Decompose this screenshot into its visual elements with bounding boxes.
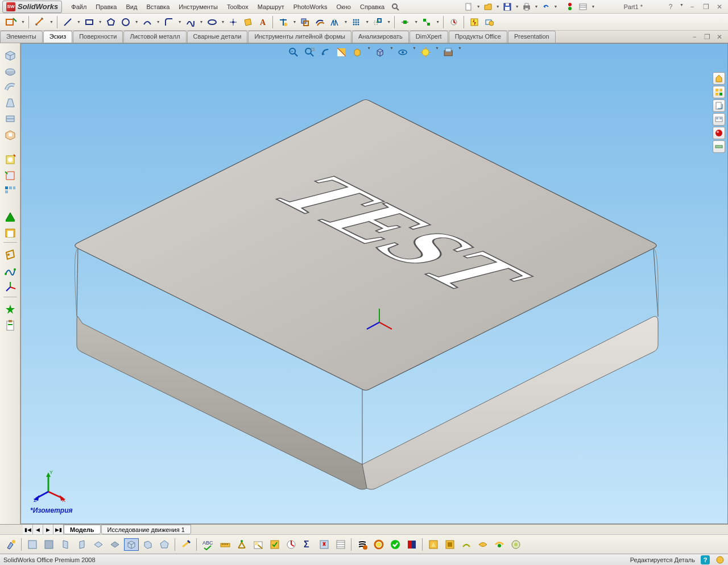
dropdown-arrow-icon[interactable]: ▼ [200,20,204,24]
dropdown-arrow-icon[interactable]: ▼ [435,46,439,59]
appearance-tab-icon[interactable] [713,127,725,139]
swept-boss-icon[interactable] [2,80,18,94]
section-props-icon[interactable] [251,538,266,551]
check-entity-icon[interactable] [388,538,403,551]
spellcheck-icon[interactable]: ABC [200,538,216,551]
tab-scroll-last-icon[interactable]: ▶▮ [53,525,64,534]
menu-toolbox[interactable]: Toolbox [222,2,253,12]
hole-wizard-icon[interactable] [2,152,18,167]
bottom-view-icon[interactable] [107,538,122,551]
right-view-icon[interactable] [75,538,89,551]
dropdown-arrow-icon[interactable]: ▼ [367,46,371,59]
top-view-icon[interactable] [91,538,106,551]
tab-surfaces[interactable]: Поверхности [73,31,123,43]
mass-props-icon[interactable] [234,538,249,551]
tab-dimxpert[interactable]: DimXpert [410,31,448,43]
dropdown-arrow-icon[interactable]: ▼ [344,20,348,24]
tab-evaluate[interactable]: Анализировать [352,31,409,43]
extrude-cut-icon[interactable] [2,127,18,142]
parting-line-icon[interactable] [459,538,474,551]
dropdown-arrow-icon[interactable]: ▼ [412,46,416,59]
normal-to-icon[interactable] [179,538,193,551]
menu-help[interactable]: Справка [355,2,389,12]
status-help-icon[interactable]: ? [701,555,710,564]
dropdown-arrow-icon[interactable]: ▼ [98,20,102,24]
tab-scroll-next-icon[interactable]: ▶ [43,525,53,534]
resources-tab-icon[interactable] [713,72,725,85]
tab-weldments[interactable]: Сварные детали [187,31,248,43]
clipboard-icon[interactable] [2,318,18,333]
restore-button[interactable]: ❐ [701,3,711,11]
compare-docs-icon[interactable] [492,538,507,551]
undo-icon[interactable] [540,1,552,13]
dropdown-arrow-icon[interactable]: ▼ [554,5,558,9]
text-icon[interactable]: A [257,16,269,28]
dropdown-arrow-icon[interactable]: ▼ [156,20,160,24]
extrude-boss-icon[interactable] [2,48,18,63]
dropdown-arrow-icon[interactable]: ▼ [21,20,25,24]
dropdown-arrow-icon[interactable]: ▼ [535,5,539,9]
menu-view[interactable]: Вид [122,2,142,12]
new-file-icon[interactable] [463,1,474,13]
minimize-button[interactable]: − [687,3,697,11]
dropdown-arrow-icon[interactable]: ▼ [390,46,394,59]
front-view-icon[interactable] [25,538,40,551]
rectangle-icon[interactable] [83,16,96,28]
geometry-analysis-icon[interactable] [404,538,419,551]
options-icon[interactable] [577,1,589,13]
boundary-icon[interactable] [2,111,18,126]
tab-sketch[interactable]: Эскиз [43,31,72,43]
tab-scroll-prev-icon[interactable]: ◀ [33,525,43,534]
add-relation-icon[interactable] [399,16,411,28]
dropdown-arrow-icon[interactable]: ▼ [591,5,595,9]
revolve-boss-icon[interactable] [2,64,18,78]
help-button[interactable]: ? [665,3,676,11]
viewport-3d[interactable]: + ▼ ▼ ▼ ▼ ▼ [21,44,727,524]
rib-icon[interactable] [2,209,18,224]
menu-edit[interactable]: Правка [91,2,121,12]
zebra-stripes-icon[interactable] [355,538,370,551]
trim-icon[interactable] [277,16,289,28]
dropdown-arrow-icon[interactable]: ▼ [49,20,53,24]
isometric-view-icon[interactable] [124,538,139,551]
menu-window[interactable]: Окно [332,2,355,12]
tab-office[interactable]: Продукты Office [449,31,507,43]
convert-entities-icon[interactable] [299,16,311,28]
dropdown-arrow-icon[interactable]: ▼ [680,3,684,11]
simulation-icon[interactable] [508,538,523,551]
repair-sketch-icon[interactable] [448,16,460,28]
hide-show-icon[interactable] [396,46,410,59]
doc-close-button[interactable]: ✕ [714,33,725,41]
print-icon[interactable] [521,1,532,13]
menu-photoworks[interactable]: PhotoWorks [289,2,332,12]
quick-snap-icon[interactable] [468,16,481,28]
pattern-feature-icon[interactable] [2,184,18,199]
dropdown-arrow-icon[interactable]: ▼ [496,5,500,9]
starred-feature-icon[interactable] [2,302,18,317]
deviation-icon[interactable] [333,538,348,551]
scene-icon[interactable] [441,46,455,59]
menu-tools[interactable]: Инструменты [174,2,222,12]
undercut-analysis-icon[interactable] [442,538,457,551]
move-entities-icon[interactable] [371,16,384,28]
spline-icon[interactable] [184,16,197,28]
dropdown-arrow-icon[interactable]: ▼ [436,20,440,24]
thickness-analysis-icon[interactable] [475,538,490,551]
doc-minimize-button[interactable]: − [689,33,700,41]
import-diagnostics-icon[interactable] [317,538,332,551]
draft-analysis-icon[interactable] [426,538,441,551]
tab-presentation[interactable]: Presentation [508,31,556,43]
curvature-icon[interactable] [371,538,386,551]
dropdown-arrow-icon[interactable]: ▼ [458,46,462,59]
ref-plane-icon[interactable] [2,248,18,263]
custom-tab-icon[interactable] [713,140,725,153]
display-relations-icon[interactable] [420,16,433,28]
prev-view-icon[interactable] [318,46,332,59]
traffic-light-icon[interactable] [564,1,576,13]
status-rebuild-icon[interactable] [715,555,725,564]
tab-mold-tools[interactable]: Инструменты литейной формы [248,31,351,43]
dropdown-arrow-icon[interactable]: ▼ [515,5,519,9]
tab-motion-study[interactable]: Исследование движения 1 [101,525,191,534]
menu-file[interactable]: Файл [67,2,91,12]
tab-scroll-first-icon[interactable]: ▮◀ [23,525,33,534]
